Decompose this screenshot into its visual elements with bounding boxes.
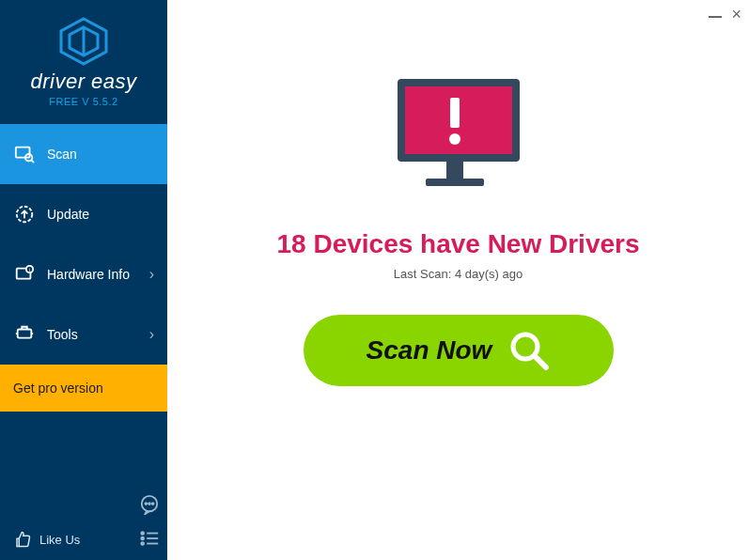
promo-label: Get pro version xyxy=(13,381,103,396)
svg-point-19 xyxy=(141,537,144,540)
svg-point-15 xyxy=(148,503,150,505)
devices-headline: 18 Devices have New Drivers xyxy=(276,229,639,259)
nav: Scan Update i Hardware Info › xyxy=(0,124,167,365)
svg-rect-25 xyxy=(450,98,460,128)
spacer xyxy=(0,412,167,485)
svg-point-21 xyxy=(141,542,144,545)
hardware-info-icon: i xyxy=(13,263,36,286)
nav-label: Update xyxy=(47,207,89,222)
scan-now-button[interactable]: Scan Now xyxy=(304,315,614,386)
get-pro-button[interactable]: Get pro version xyxy=(0,365,167,412)
minimize-button[interactable] xyxy=(709,16,722,18)
brand-text: driver easy xyxy=(28,70,139,94)
sidebar: driver easy FREE V 5.5.2 Scan Update xyxy=(0,0,167,560)
app-logo-icon xyxy=(57,17,110,66)
svg-point-14 xyxy=(145,503,147,505)
nav-label: Scan xyxy=(47,147,77,162)
nav-label: Tools xyxy=(47,327,78,342)
window-controls: × xyxy=(709,6,741,23)
feedback-icon[interactable] xyxy=(139,494,160,515)
svg-rect-28 xyxy=(426,179,484,186)
svg-line-5 xyxy=(31,160,34,163)
main-content: × 18 Devices have New Drivers Last Scan:… xyxy=(167,0,749,560)
close-button[interactable]: × xyxy=(731,6,741,23)
thumbs-up-icon xyxy=(13,530,32,549)
scan-icon xyxy=(13,143,36,165)
svg-rect-3 xyxy=(16,148,30,158)
nav-item-tools[interactable]: Tools › xyxy=(0,304,167,365)
svg-rect-10 xyxy=(18,330,32,338)
nav-item-hardware-info[interactable]: i Hardware Info › xyxy=(0,244,167,304)
chevron-right-icon: › xyxy=(149,326,154,343)
scan-now-label: Scan Now xyxy=(367,335,492,366)
version-label: FREE V 5.5.2 xyxy=(28,96,139,107)
logo-area: driver easy FREE V 5.5.2 xyxy=(0,0,167,117)
like-us-label: Like Us xyxy=(39,533,80,547)
menu-list-icon[interactable] xyxy=(139,528,160,549)
svg-rect-27 xyxy=(446,162,463,179)
like-us-button[interactable]: Like Us xyxy=(13,530,80,549)
nav-item-update[interactable]: Update xyxy=(0,184,167,244)
svg-point-16 xyxy=(152,503,154,505)
chevron-right-icon: › xyxy=(149,266,154,283)
last-scan-text: Last Scan: 4 day(s) ago xyxy=(394,267,523,281)
sidebar-footer: Like Us xyxy=(0,485,167,560)
magnifier-icon xyxy=(508,330,550,371)
monitor-alert-icon xyxy=(388,73,529,209)
nav-item-scan[interactable]: Scan xyxy=(0,124,167,184)
tools-icon xyxy=(13,323,36,346)
footer-icons xyxy=(139,494,160,549)
svg-line-30 xyxy=(535,356,546,367)
svg-text:i: i xyxy=(29,267,30,272)
svg-point-26 xyxy=(449,133,460,145)
update-icon xyxy=(13,203,36,226)
nav-label: Hardware Info xyxy=(47,267,130,282)
svg-point-17 xyxy=(141,532,144,535)
